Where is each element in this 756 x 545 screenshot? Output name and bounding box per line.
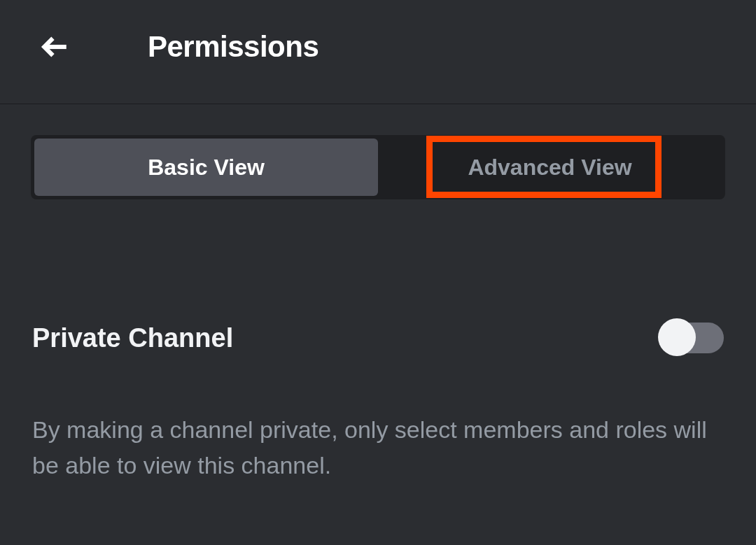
- view-tabs: Basic View Advanced View: [31, 135, 725, 199]
- tab-label: Advanced View: [468, 155, 631, 181]
- toggle-thumb: [658, 318, 696, 356]
- content: Basic View Advanced View Private Channel…: [0, 104, 756, 514]
- header: Permissions: [0, 0, 756, 104]
- page-title: Permissions: [148, 30, 318, 64]
- private-channel-toggle[interactable]: [661, 323, 724, 353]
- arrow-left-icon: [41, 32, 70, 62]
- tab-label: Basic View: [148, 155, 265, 181]
- tab-basic-view[interactable]: Basic View: [34, 139, 378, 196]
- tab-advanced-view[interactable]: Advanced View: [378, 139, 722, 196]
- private-channel-label: Private Channel: [32, 323, 233, 353]
- private-channel-setting: Private Channel: [31, 323, 725, 353]
- back-button[interactable]: [36, 28, 74, 66]
- private-channel-description: By making a channel private, only select…: [31, 412, 710, 483]
